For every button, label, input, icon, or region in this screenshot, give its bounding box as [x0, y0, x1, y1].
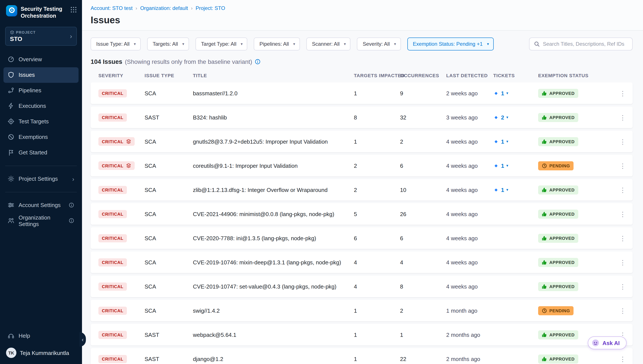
filter-exemption-status[interactable]: Exemption Status: Pending +1 ▾: [407, 38, 494, 50]
help-button[interactable]: Help: [4, 328, 79, 343]
breadcrumb-link[interactable]: Organization: default: [140, 5, 188, 11]
table-row[interactable]: CRITICAL SCA CVE-2019-10746: mixin-deep@…: [91, 252, 633, 273]
table-row[interactable]: CRITICAL SCA CVE-2020-7788: ini@1.3.5 (l…: [91, 227, 633, 249]
occurrences: 26: [400, 211, 446, 217]
filter-issue-type[interactable]: Issue Type: All ▾: [91, 38, 141, 50]
table-row[interactable]: CRITICAL SCA swig//1.4.2 1 2 1 month ago…: [91, 300, 633, 321]
chevron-right-icon: ›: [72, 175, 74, 182]
sidebar-item-pipelines[interactable]: Pipelines: [4, 82, 79, 98]
filter-targets[interactable]: Targets: All ▾: [147, 38, 189, 50]
filter-severity[interactable]: Severity: All ▾: [357, 38, 401, 50]
breadcrumb-link[interactable]: Account: STO test: [91, 5, 133, 11]
sidebar-item-overview[interactable]: Overview: [4, 52, 79, 67]
row-menu-button[interactable]: ⋮: [616, 162, 629, 169]
sidebar-item-exemptions[interactable]: Exemptions: [4, 129, 79, 145]
row-menu-button[interactable]: ⋮: [616, 114, 629, 120]
severity-label: CRITICAL: [102, 164, 123, 168]
severity-label: CRITICAL: [102, 115, 123, 120]
thumbs-up-icon: [542, 187, 547, 192]
ticket-dropdown[interactable]: 1▾: [493, 186, 538, 193]
sidebar-item-test-targets[interactable]: Test Targets: [4, 114, 79, 129]
ask-ai-button[interactable]: Ask AI: [588, 336, 626, 349]
targets-impacted: 6: [354, 235, 400, 241]
row-menu-button[interactable]: ⋮: [616, 259, 629, 266]
thumbs-up-icon: [542, 235, 547, 241]
issue-title: swig//1.4.2: [193, 307, 354, 314]
user-menu[interactable]: TK Teja Kummarikuntla: [0, 343, 82, 359]
occurrences: 10: [400, 186, 446, 193]
targets-impacted: 1: [354, 307, 400, 314]
sidebar-item-organization-settings[interactable]: Organization Settings: [4, 213, 79, 228]
severity-label: CRITICAL: [102, 357, 123, 362]
row-menu-button[interactable]: ⋮: [616, 283, 629, 290]
row-menu-button[interactable]: ⋮: [616, 186, 629, 193]
issue-title: CVE-2020-7788: ini@1.3.5 (lang-pkgs, nod…: [193, 235, 354, 241]
ticket-count: 1: [501, 162, 504, 169]
severity-badge: CRITICAL: [98, 186, 127, 194]
pending-clock-icon: [542, 308, 547, 313]
sidebar-item-account-settings[interactable]: Account Settings: [4, 197, 79, 213]
sidebar-item-issues[interactable]: Issues: [4, 67, 79, 82]
row-menu-button[interactable]: ⋮: [616, 138, 629, 145]
table-row[interactable]: CRITICAL SCA coreutils@9.1-1: Improper I…: [91, 155, 633, 176]
chevron-down-icon: ▾: [134, 42, 136, 46]
issue-type: SAST: [145, 114, 193, 120]
table-row[interactable]: CRITICAL SCA bassmaster//1.2.0 1 9 2 wee…: [91, 82, 633, 104]
severity-badge: CRITICAL: [98, 282, 127, 291]
filter-target-type[interactable]: Target Type: All ▾: [196, 38, 248, 50]
chevron-down-icon: ▾: [182, 42, 184, 46]
ticket-dropdown[interactable]: 2▾: [493, 114, 538, 120]
app-root: Security Testing Orchestration PROJECT S…: [0, 0, 643, 364]
sidebar-item-executions[interactable]: Executions: [4, 98, 79, 114]
table-row[interactable]: CRITICAL SAST B324: hashlib 8 32 3 weeks…: [91, 106, 633, 128]
occurrences: 6: [400, 235, 446, 241]
ticket-dropdown[interactable]: 1▾: [493, 90, 538, 96]
occurrences: 9: [400, 90, 446, 96]
sidebar-nav: Overview Issues Pipelines Executions Tes…: [0, 52, 82, 160]
project-selector[interactable]: PROJECT STO ›: [5, 26, 77, 46]
info-icon[interactable]: [69, 218, 74, 224]
sidebar-item-label: Get Started: [19, 149, 47, 156]
severity-badge: CRITICAL: [98, 258, 127, 266]
row-menu-button[interactable]: ⋮: [616, 211, 629, 217]
severity-badge: CRITICAL: [98, 234, 127, 242]
breadcrumb-separator: ›: [191, 6, 193, 11]
status-label: APPROVED: [549, 188, 575, 192]
exemption-status-badge: APPROVED: [538, 282, 578, 291]
table-row[interactable]: CRITICAL SAST webpack@5.64.1 1 1 2 month…: [91, 324, 633, 346]
filter-pipelines[interactable]: Pipelines: All ▾: [254, 38, 300, 50]
info-icon[interactable]: [69, 202, 74, 208]
table-row[interactable]: CRITICAL SCA gnutls28@3.7.9-2+deb12u5: I…: [91, 131, 633, 152]
search-input[interactable]: [543, 41, 628, 47]
pending-clock-icon: [542, 163, 547, 168]
sidebar-item-get-started[interactable]: Get Started: [4, 145, 79, 160]
severity-badge: CRITICAL: [98, 355, 127, 363]
exemption-status-badge: APPROVED: [538, 330, 578, 339]
thumbs-up-icon: [542, 260, 547, 265]
table-row[interactable]: CRITICAL SCA CVE-2019-10747: set-value@0…: [91, 276, 633, 297]
sidebar-item-label: Issues: [19, 72, 35, 78]
layers-icon: [126, 163, 131, 168]
row-menu-button[interactable]: ⋮: [616, 356, 629, 362]
row-menu-button[interactable]: ⋮: [616, 235, 629, 241]
table-row[interactable]: CRITICAL SAST django@1.2 1 22 2 months a…: [91, 348, 633, 364]
ticket-dropdown[interactable]: 1▾: [493, 162, 538, 169]
row-menu-button[interactable]: ⋮: [616, 307, 629, 314]
filter-scanner[interactable]: Scanner: All ▾: [306, 38, 351, 50]
severity-label: CRITICAL: [102, 236, 123, 241]
issue-title: webpack@5.64.1: [193, 332, 354, 338]
sidebar-item-project-settings[interactable]: Project Settings ›: [4, 171, 79, 186]
table-row[interactable]: CRITICAL SCA zlib@1:1.2.13.dfsg-1: Integ…: [91, 179, 633, 200]
breadcrumb-link[interactable]: Project: STO: [196, 5, 225, 11]
ticket-dropdown[interactable]: 1▾: [493, 138, 538, 145]
last-detected: 4 weeks ago: [446, 283, 493, 290]
row-menu-button[interactable]: ⋮: [616, 90, 629, 96]
targets-impacted: 8: [354, 114, 400, 120]
apps-grid-icon[interactable]: [70, 6, 77, 15]
table-row[interactable]: CRITICAL SCA CVE-2021-44906: minimist@0.…: [91, 203, 633, 225]
search-box[interactable]: [529, 38, 633, 50]
issue-type: SCA: [145, 259, 193, 266]
info-icon[interactable]: [255, 59, 261, 65]
exemption-status-badge: PENDING: [538, 161, 573, 170]
issue-title: gnutls28@3.7.9-2+deb12u5: Improper Input…: [193, 138, 354, 145]
